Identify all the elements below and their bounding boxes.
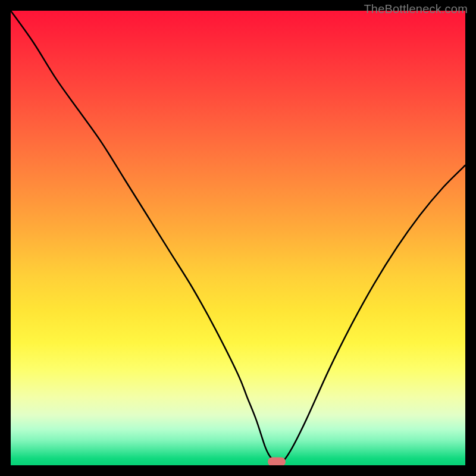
bottleneck-curve <box>11 11 465 465</box>
plot-area <box>11 11 465 465</box>
curve-path <box>11 11 465 462</box>
optimal-marker <box>268 457 286 465</box>
chart-frame: TheBottleneck.com <box>0 0 476 476</box>
watermark-text: TheBottleneck.com <box>364 2 468 16</box>
